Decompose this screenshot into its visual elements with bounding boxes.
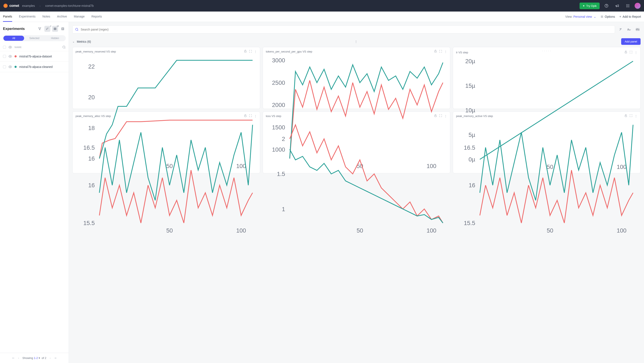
panel-menu-icon[interactable]: ⋮	[254, 50, 257, 53]
add-panel-button[interactable]: Add panel	[621, 38, 640, 45]
pill-selected[interactable]: Selected	[24, 36, 45, 41]
svg-line-27	[620, 29, 622, 30]
tab-archive[interactable]: Archive	[57, 12, 67, 22]
svg-rect-19	[62, 28, 64, 30]
svg-text:100: 100	[426, 227, 436, 234]
svg-text:1.5: 1.5	[277, 171, 285, 177]
settings-button[interactable]	[634, 27, 640, 33]
apps-icon[interactable]	[624, 2, 632, 10]
svg-text:100: 100	[617, 227, 626, 234]
sparkle-icon: ✦	[582, 4, 585, 8]
svg-rect-16	[55, 28, 55, 30]
svg-text:10µ: 10µ	[466, 107, 476, 114]
panel-menu-icon[interactable]: ⋮	[444, 50, 447, 53]
logo[interactable]: comet	[4, 4, 19, 8]
eye-icon[interactable]	[8, 55, 12, 58]
select-all-checkbox[interactable]	[3, 46, 6, 49]
sidebar: Experiments 2 15 AllSelectedHidden NAME …	[0, 22, 69, 363]
expand-icon[interactable]	[439, 50, 442, 53]
breadcrumb-project[interactable]: examples	[22, 4, 35, 8]
tab-experiments[interactable]: Experiments	[19, 12, 36, 22]
page-first-icon[interactable]: ⇤	[12, 356, 15, 359]
view-selector[interactable]: View: Personal view ⌄	[565, 15, 596, 18]
svg-point-35	[638, 29, 638, 30]
lock-icon[interactable]	[624, 51, 627, 54]
chart-area[interactable]: 15.51616.550100	[456, 119, 638, 237]
color-dot	[14, 66, 17, 68]
tab-manage[interactable]: Manage	[74, 12, 85, 22]
section-menu-icon[interactable]: ⋮	[353, 39, 359, 45]
tabs: PanelsExperimentsNotesArchiveManageRepor…	[3, 12, 102, 22]
chart-area[interactable]: 11.5250100	[266, 119, 447, 237]
svg-point-2	[626, 4, 627, 5]
content: ⌄ Metrics (6) ⋮ Add panel peak_memory_re…	[69, 22, 644, 363]
svg-marker-14	[38, 28, 41, 30]
page-prev-icon[interactable]: ‹	[18, 356, 19, 359]
tab-reports[interactable]: Reports	[91, 12, 102, 22]
pager: ⇤ ‹ Showing 1-2 ▾ of 2 › ⇥	[0, 353, 69, 363]
svg-point-20	[10, 47, 11, 48]
svg-text:15µ: 15µ	[466, 82, 476, 89]
filter-button[interactable]	[37, 26, 43, 32]
experiment-row[interactable]: mistral7b-alpaca-dataset	[0, 51, 69, 62]
try-opik-button[interactable]: ✦ Try Opik	[580, 3, 600, 9]
pill-hidden[interactable]: Hidden	[44, 36, 65, 41]
svg-text:20µ: 20µ	[466, 58, 476, 65]
page-next-icon[interactable]: ›	[50, 356, 50, 359]
svg-text:16: 16	[88, 182, 95, 189]
svg-point-36	[639, 30, 639, 30]
panel-menu-icon[interactable]: ⋮	[634, 51, 638, 54]
tab-notes[interactable]: Notes	[42, 12, 50, 22]
search-icon[interactable]	[62, 46, 66, 49]
plus-icon: +	[619, 15, 621, 19]
pill-all[interactable]: All	[4, 36, 24, 41]
logo-icon	[4, 4, 8, 8]
svg-rect-52	[625, 52, 627, 53]
expand-icon[interactable]	[630, 51, 632, 54]
eye-icon[interactable]	[8, 65, 12, 69]
options-button[interactable]: Options	[600, 15, 615, 18]
add-to-report-button[interactable]: + Add to Report	[619, 15, 641, 19]
panel-search-input[interactable]	[81, 28, 612, 31]
svg-text:16: 16	[469, 182, 476, 189]
expand-icon[interactable]	[249, 50, 252, 53]
lock-icon[interactable]	[244, 50, 247, 53]
chevron-down-icon[interactable]: ⌄	[72, 40, 75, 43]
topbar: comet examples › comet-examples-torchtun…	[0, 0, 644, 12]
experiment-name: mistral7b-alpaca-dataset	[19, 55, 52, 58]
avatar[interactable]	[634, 3, 640, 9]
chart-panel: tokens_per_second_per_gpu VS step⋮100015…	[263, 47, 450, 109]
subnav: PanelsExperimentsNotesArchiveManageRepor…	[0, 12, 644, 22]
svg-text:2000: 2000	[272, 102, 285, 108]
lock-icon[interactable]	[434, 50, 437, 53]
tab-panels[interactable]: Panels	[3, 12, 12, 22]
svg-rect-37	[244, 51, 246, 52]
svg-text:50: 50	[547, 227, 554, 234]
brand-text: comet	[10, 4, 19, 8]
chart-panel: peak_memory_alloc VS step⋮15.51616.55010…	[72, 112, 260, 173]
clear-button[interactable]	[618, 27, 624, 33]
svg-text:50: 50	[166, 227, 173, 234]
experiment-row[interactable]: mistral7b-alpaca-cleaned	[0, 62, 69, 72]
svg-point-25	[76, 28, 78, 31]
color-dot	[14, 55, 17, 58]
name-column-header[interactable]: NAME	[14, 46, 60, 49]
row-checkbox[interactable]	[3, 55, 6, 58]
announce-icon[interactable]	[613, 2, 621, 10]
try-opik-label: Try Opik	[586, 4, 597, 8]
sort-button[interactable]: 2	[44, 26, 50, 32]
chart-panel: peak_memory_reserved VS step⋮16182022501…	[72, 47, 260, 109]
svg-point-10	[629, 7, 629, 7]
group-button[interactable]	[60, 26, 66, 32]
panel-search[interactable]	[72, 26, 615, 34]
page-last-icon[interactable]: ⇥	[54, 356, 56, 359]
smoothing-button[interactable]	[626, 27, 632, 33]
breadcrumb-experiment[interactable]: comet-examples-torchtune-mistral7b	[45, 4, 94, 8]
search-icon	[75, 28, 78, 31]
help-icon[interactable]	[602, 2, 610, 10]
chevron-down-icon: ⌄	[594, 15, 596, 18]
row-checkbox[interactable]	[3, 65, 6, 68]
svg-text:15.5: 15.5	[83, 220, 94, 226]
chart-area[interactable]: 15.51616.550100	[76, 119, 257, 237]
columns-button[interactable]: 15	[52, 26, 58, 32]
